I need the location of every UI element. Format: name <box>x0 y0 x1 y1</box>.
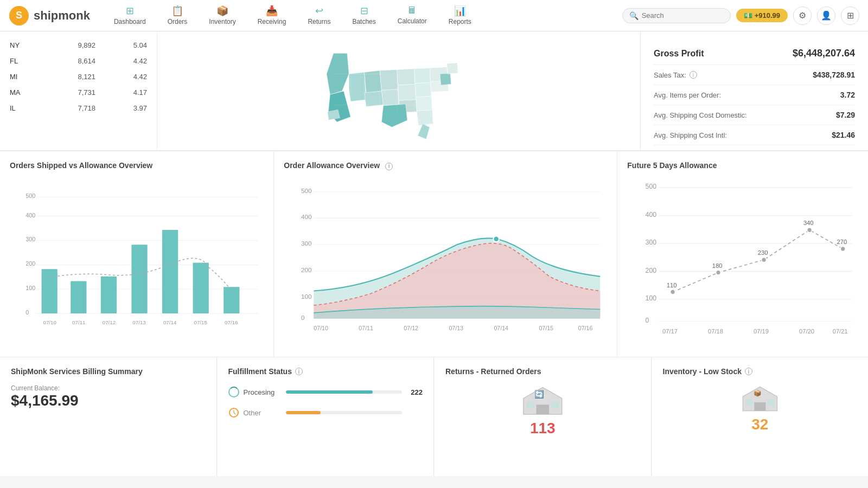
avg-shipping-domestic-value: $7.29 <box>836 111 855 119</box>
svg-text:300: 300 <box>301 240 312 247</box>
state-name: IL <box>1 101 46 115</box>
inventory-title: Inventory - Low Stock i <box>663 367 858 376</box>
avg-shipping-domestic-row: Avg. Shipping Cost Domestic: $7.29 <box>654 105 855 125</box>
svg-text:100: 100 <box>25 285 35 291</box>
order-count: 7,731 <box>47 85 104 100</box>
svg-text:300: 300 <box>25 236 35 242</box>
other-bar <box>286 411 321 414</box>
order-pct: 4.42 <box>105 54 156 68</box>
nav-item-reports[interactable]: 📊 Reports <box>438 1 482 31</box>
top-navigation: S shipmonk ⊞ Dashboard 📋 Orders 📦 Invent… <box>0 0 868 31</box>
inventory-info-icon[interactable]: i <box>745 368 752 375</box>
svg-text:07/14: 07/14 <box>163 319 177 325</box>
nav-label-returns: Returns <box>308 18 330 25</box>
search-box[interactable]: 🔍 <box>622 8 731 23</box>
sales-tax-info-icon[interactable]: i <box>690 71 697 79</box>
nav-item-orders[interactable]: 📋 Orders <box>157 1 199 31</box>
order-allowance-info-icon[interactable]: i <box>385 163 393 170</box>
avg-shipping-domestic-label: Avg. Shipping Cost Domestic: <box>654 111 747 119</box>
avg-items-row: Avg. Items per Order: 3.72 <box>654 85 855 105</box>
state-name: FL <box>1 54 46 68</box>
processing-label: Procesing <box>244 388 282 396</box>
order-allowance-title: Order Allowance Overview i <box>284 161 607 170</box>
nav-item-calculator[interactable]: 🖩 Calculator <box>387 1 438 30</box>
logo-icon: S <box>9 5 29 26</box>
svg-text:07/13: 07/13 <box>449 324 464 331</box>
svg-text:07/12: 07/12 <box>103 319 116 325</box>
order-count: 9,892 <box>47 38 104 53</box>
svg-point-72 <box>807 228 812 233</box>
logo[interactable]: S shipmonk <box>9 5 90 26</box>
avg-shipping-intl-label: Avg. Shipping Cost Intl: <box>654 131 727 139</box>
svg-text:340: 340 <box>803 220 814 226</box>
inventory-card: Inventory - Low Stock i 📦 32 <box>652 357 869 476</box>
dollar-icon: 💵 <box>744 11 752 20</box>
inventory-icon: 📦 <box>216 5 228 17</box>
nav-item-inventory[interactable]: 📦 Inventory <box>198 1 246 31</box>
user-button[interactable]: 👤 <box>817 7 835 25</box>
search-input[interactable] <box>642 11 718 20</box>
inventory-center: 📦 32 <box>663 382 858 433</box>
order-allowance-card: Order Allowance Overview i 500 400 300 2… <box>274 151 617 357</box>
reports-icon: 📊 <box>454 5 466 17</box>
us-map <box>157 31 640 150</box>
bottom-section: ShipMonk Services Billing Summary Curren… <box>0 357 868 476</box>
state-name: MA <box>1 85 46 100</box>
order-pct: 5.04 <box>105 38 156 53</box>
svg-text:230: 230 <box>758 249 768 256</box>
orders-icon: 📋 <box>171 5 183 17</box>
state-name: NY <box>1 38 46 53</box>
logout-button[interactable]: ⊞ <box>841 7 859 25</box>
returns-title: Returns - Returned Orders <box>445 367 640 376</box>
table-row: MA7,7314.17 <box>1 85 156 100</box>
svg-rect-28 <box>193 262 209 313</box>
nav-item-receiving[interactable]: 📥 Receiving <box>247 1 297 31</box>
svg-text:0: 0 <box>25 309 29 316</box>
svg-text:400: 400 <box>646 211 657 219</box>
svg-text:100: 100 <box>646 294 657 302</box>
gross-profit-value: $6,448,207.64 <box>793 48 855 59</box>
svg-text:270: 270 <box>837 239 847 245</box>
svg-text:0: 0 <box>646 317 649 324</box>
avg-shipping-intl-row: Avg. Shipping Cost Intl: $21.46 <box>654 125 855 145</box>
order-pct: 4.17 <box>105 85 156 100</box>
dashboard-icon: ⊞ <box>126 5 134 17</box>
inventory-warehouse-icon: 📦 <box>740 382 780 414</box>
svg-rect-90 <box>745 400 752 406</box>
processing-count: 222 <box>406 388 423 396</box>
processing-bar-bg <box>286 390 403 394</box>
nav-right: 🔍 💵 +910.99 ⚙ 👤 ⊞ <box>622 7 859 25</box>
table-row: FL8,6144.42 <box>1 54 156 68</box>
fulfillment-row-other: Other <box>228 405 423 420</box>
order-allowance-chart: 500 400 300 200 100 0 <box>284 177 607 348</box>
svg-text:400: 400 <box>25 212 35 219</box>
nav-item-returns[interactable]: ↩ Returns <box>297 1 341 31</box>
svg-text:500: 500 <box>25 192 35 199</box>
svg-text:07/14: 07/14 <box>494 324 509 331</box>
svg-rect-26 <box>131 245 147 313</box>
charts-section: Orders Shipped vs Allowance Overview 500… <box>0 151 868 357</box>
svg-text:110: 110 <box>667 282 677 288</box>
svg-rect-85 <box>536 404 549 414</box>
svg-text:07/17: 07/17 <box>662 328 678 335</box>
svg-point-73 <box>841 246 846 251</box>
processing-spinner-icon <box>228 387 239 397</box>
svg-text:200: 200 <box>301 266 312 273</box>
shipped-vs-allowance-title: Orders Shipped vs Allowance Overview <box>10 161 264 170</box>
current-balance-label: Current Balance: <box>11 384 206 392</box>
nav-item-dashboard[interactable]: ⊞ Dashboard <box>103 1 157 31</box>
svg-text:07/15: 07/15 <box>539 324 554 331</box>
avg-items-value: 3.72 <box>840 91 855 99</box>
svg-rect-24 <box>71 281 86 314</box>
fulfillment-info-icon[interactable]: i <box>295 368 303 375</box>
settings-button[interactable]: ⚙ <box>793 7 812 25</box>
svg-text:S: S <box>16 10 22 21</box>
svg-text:07/20: 07/20 <box>799 328 814 335</box>
svg-text:07/13: 07/13 <box>132 319 145 325</box>
nav-label-orders: Orders <box>168 18 188 25</box>
sales-tax-label: Sales Tax: i <box>654 71 697 79</box>
area-chart-svg: 500 400 300 200 100 0 <box>284 177 607 348</box>
svg-text:07/10: 07/10 <box>43 319 56 325</box>
current-balance-amount: $4,165.99 <box>11 392 206 409</box>
nav-item-batches[interactable]: ⊟ Batches <box>341 1 386 31</box>
